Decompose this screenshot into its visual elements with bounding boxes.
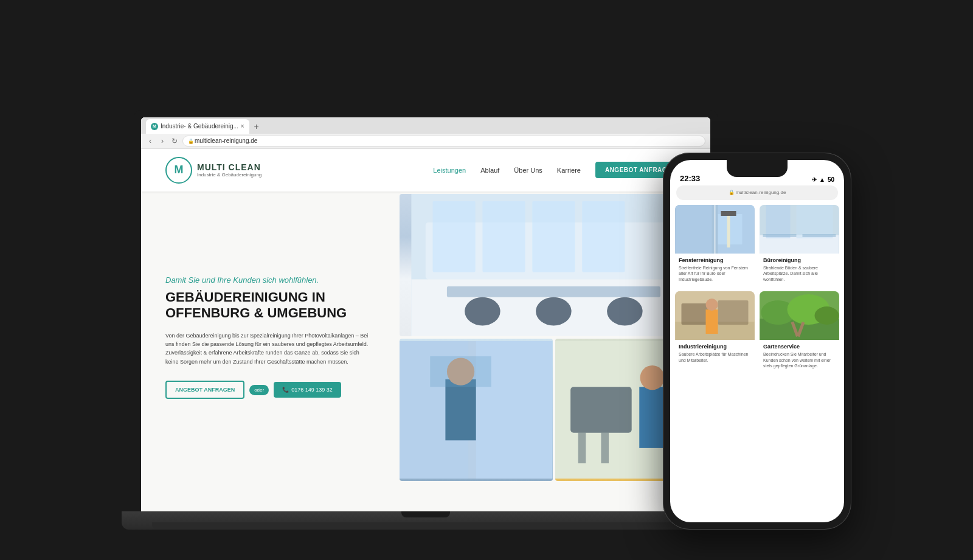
svg-rect-31 [721, 211, 736, 216]
nav-links: Leistungen Ablauf Über Uns Karriere [433, 167, 581, 174]
address-bar[interactable]: 🔒 multiclean-reinigung.de [182, 136, 705, 147]
svg-rect-3 [433, 201, 476, 272]
tab-add-button[interactable]: + [249, 119, 264, 134]
browser-toolbar: ‹ › ↻ 🔒 multiclean-reinigung.de [141, 134, 710, 148]
service-garten-desc: Beeindrucken Sie Mitarbeiter und Kunden … [763, 351, 836, 369]
phone-outer: 22:33 ✈ ▲ 50 🔒 multiclean-reinigung.de [663, 153, 851, 530]
logo-sub-text: Industrie & Gebäudereinigung [197, 172, 261, 178]
service-grid: Fensterreinigung Streifenfreie Reinigung… [675, 205, 839, 373]
lock-icon: 🔒 [188, 139, 193, 143]
service-card-body-buero: Büroreinigung Strahlende Böden & saubere… [760, 254, 839, 286]
phone-icon: 📞 [282, 387, 289, 393]
laptop-base [152, 522, 699, 530]
svg-rect-41 [718, 300, 749, 325]
hero-title-line1: GEBÄUDEREINIGUNG IN [165, 289, 325, 305]
svg-rect-34 [766, 205, 791, 238]
service-card-body-industrie: Industriereinigung Saubere Arbeitsplätze… [675, 340, 755, 367]
address-text: multiclean-reinigung.de [195, 137, 257, 144]
svg-rect-37 [803, 234, 836, 237]
service-card-img-garten [760, 291, 839, 340]
service-fenster-title: Fensterreinigung [679, 257, 751, 263]
service-card-img-fenster [675, 205, 755, 254]
svg-rect-36 [763, 234, 797, 237]
svg-rect-19 [578, 432, 586, 463]
hero-buttons: ANGEBOT ANFRAGEN oder 📞 0176 149 139 32 [165, 381, 373, 399]
svg-rect-18 [570, 387, 632, 432]
svg-rect-20 [601, 432, 609, 463]
service-card-garten[interactable]: Gartenservice Beeindrucken Sie Mitarbeit… [760, 291, 839, 373]
svg-point-8 [465, 297, 500, 325]
phone-address-text: multiclean-reinigung.de [736, 190, 786, 195]
phone-content: Fensterreinigung Streifenfreie Reinigung… [670, 205, 844, 373]
forward-button[interactable]: › [158, 137, 167, 145]
svg-point-48 [815, 306, 839, 325]
nav-ablauf[interactable]: Ablauf [480, 167, 499, 174]
phone-number: 0176 149 139 32 [291, 387, 333, 393]
phone-time: 22:33 [680, 174, 700, 183]
window-cleaner-svg [400, 339, 552, 481]
phone-address-bar[interactable]: 🔒 multiclean-reinigung.de [676, 185, 838, 200]
service-card-img-industrie [675, 291, 755, 340]
svg-rect-26 [676, 205, 712, 254]
hero-title: GEBÄUDEREINIGUNG IN OFFENBURG & UMGEBUNG [165, 289, 373, 322]
svg-point-43 [706, 299, 718, 311]
laptop-screen-outer: M Industrie- & Gebäudereinig... × + ‹ › … [134, 110, 718, 511]
hero-title-line2: OFFENBURG & UMGEBUNG [165, 305, 347, 320]
service-card-fenster[interactable]: Fensterreinigung Streifenfreie Reinigung… [675, 205, 755, 286]
service-card-body-garten: Gartenservice Beeindrucken Sie Mitarbeit… [760, 340, 839, 373]
site-header: M MULTI CLEAN Industrie & Gebäudereinigu… [141, 149, 710, 192]
phone-screen: 22:33 ✈ ▲ 50 🔒 multiclean-reinigung.de [670, 160, 844, 522]
service-card-img-buero [760, 205, 839, 254]
svg-point-9 [536, 297, 572, 325]
nav-leistungen[interactable]: Leistungen [433, 167, 466, 174]
website: M MULTI CLEAN Industrie & Gebäudereinigu… [141, 149, 710, 511]
wifi-icon: ▲ [819, 176, 825, 183]
logo-circle: M [165, 157, 192, 184]
svg-rect-7 [447, 286, 660, 297]
nav-ueber-uns[interactable]: Über Uns [514, 167, 542, 174]
scene: M Industrie- & Gebäudereinig... × + ‹ › … [122, 31, 851, 530]
svg-rect-30 [727, 211, 730, 247]
service-garten-title: Gartenservice [763, 344, 836, 350]
service-fenster-desc: Streifenfreie Reinigung von Fenstern all… [679, 265, 751, 283]
oder-label: oder [249, 385, 269, 395]
angebot-button[interactable]: ANGEBOT ANFRAGEN [165, 381, 244, 399]
airplane-icon: ✈ [812, 176, 817, 183]
office-svg [400, 194, 708, 336]
svg-rect-4 [483, 201, 525, 272]
browser-tabs: M Industrie- & Gebäudereinig... × + [141, 117, 710, 134]
refresh-button[interactable]: ↻ [170, 137, 179, 145]
laptop-notch [401, 511, 450, 517]
phone-notch [727, 160, 788, 177]
phone: 22:33 ✈ ▲ 50 🔒 multiclean-reinigung.de [663, 153, 851, 530]
svg-rect-6 [582, 201, 625, 272]
hero-content: Damit Sie und Ihre Kunden sich wohlfühle… [141, 192, 397, 483]
hero-tagline: Damit Sie und Ihre Kunden sich wohlfühle… [165, 275, 373, 285]
service-industrie-title: Industriereinigung [679, 344, 751, 350]
tab-title: Industrie- & Gebäudereinig... [161, 123, 238, 130]
svg-point-10 [607, 297, 643, 325]
service-buero-desc: Strahlende Böden & saubere Arbeitsplätze… [763, 265, 836, 283]
svg-rect-42 [706, 309, 718, 334]
svg-point-22 [640, 365, 664, 390]
site-hero: Damit Sie und Ihre Kunden sich wohlfühle… [141, 192, 710, 483]
laptop-screen: M Industrie- & Gebäudereinig... × + ‹ › … [141, 117, 710, 511]
browser-tab[interactable]: M Industrie- & Gebäudereinig... × [146, 119, 249, 134]
back-button[interactable]: ‹ [146, 137, 154, 145]
nav-karriere[interactable]: Karriere [557, 167, 581, 174]
svg-rect-5 [532, 201, 575, 272]
phone-button[interactable]: 📞 0176 149 139 32 [274, 382, 341, 398]
service-card-buero[interactable]: Büroreinigung Strahlende Böden & saubere… [760, 205, 839, 286]
phone-status-icons: ✈ ▲ 50 [812, 176, 834, 183]
tab-favicon: M [151, 123, 158, 130]
laptop: M Industrie- & Gebäudereinig... × + ‹ › … [122, 74, 730, 530]
logo-letter: M [175, 164, 184, 176]
tab-close-icon[interactable]: × [241, 123, 244, 130]
phone-lock-icon: 🔒 [729, 190, 735, 195]
service-card-industrie[interactable]: Industriereinigung Saubere Arbeitsplätze… [675, 291, 755, 373]
service-buero-title: Büroreinigung [763, 257, 836, 263]
hero-image-window-cleaner [400, 339, 552, 481]
battery-icon: 50 [828, 176, 834, 183]
logo-area: M MULTI CLEAN Industrie & Gebäudereinigu… [165, 157, 261, 184]
browser-chrome: M Industrie- & Gebäudereinig... × + ‹ › … [141, 117, 710, 149]
